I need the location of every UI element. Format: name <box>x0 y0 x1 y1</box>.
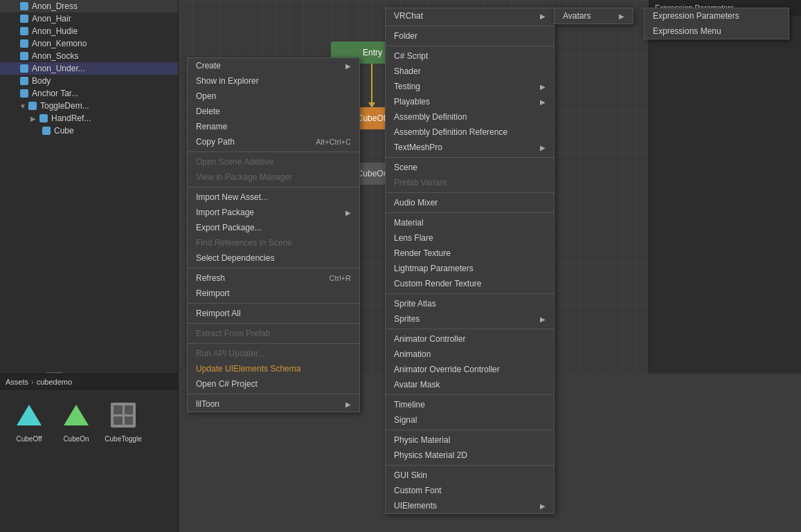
hierarchy-item[interactable]: Anon_Hair <box>0 12 178 25</box>
assets-breadcrumb: Assets › cubedemo <box>0 374 178 389</box>
menu-separator <box>386 465 554 466</box>
menu-item-show-explorer[interactable]: Show in Explorer <box>188 73 359 89</box>
menu-item-lightmap-params[interactable]: Lightmap Parameters <box>386 261 554 276</box>
menu-item-material[interactable]: Material <box>386 215 554 230</box>
submenu-arrow-icon: ▶ <box>540 144 546 152</box>
menu-item-animator-controller[interactable]: Animator Controller <box>386 331 554 347</box>
toggle-arrow-icon: ▶ <box>30 115 37 122</box>
menu-item-update-uielements[interactable]: Update UIElements Schema <box>188 361 359 376</box>
menu-separator <box>386 26 554 26</box>
hierarchy-item[interactable]: Anchor Tar... <box>0 87 178 100</box>
asset-item[interactable]: CubeToggle <box>102 398 144 443</box>
menu-item-lens-flare[interactable]: Lens Flare <box>386 230 554 246</box>
hierarchy-item[interactable]: Cube <box>0 125 178 137</box>
submenu-arrow-icon: ▶ <box>540 12 546 20</box>
cube-icon <box>19 64 29 73</box>
menu-separator <box>386 329 554 329</box>
menu-separator <box>386 430 554 430</box>
menu-item-delete[interactable]: Delete <box>188 104 359 119</box>
menu-item-avatars[interactable]: Avatars ▶ <box>555 8 633 24</box>
submenu-arrow-icon: ▶ <box>619 12 624 20</box>
menu-separator <box>386 157 554 158</box>
menu-item-avatar-mask[interactable]: Avatar Mask <box>386 377 554 392</box>
shortcut-label: Alt+Ctrl+C <box>295 138 351 146</box>
hierarchy-item[interactable]: Anon_Socks <box>0 50 178 62</box>
menu-item-render-texture[interactable]: Render Texture <box>386 246 554 261</box>
menu-item-open[interactable]: Open <box>188 89 359 104</box>
menu-item-liltoon[interactable]: lilToon ▶ <box>188 396 359 412</box>
submenu-arrow-icon: ▶ <box>540 502 546 510</box>
menu-separator <box>188 303 359 304</box>
cube-icon <box>19 1 29 11</box>
menu-item-csharp-script[interactable]: C# Script <box>386 48 554 64</box>
menu-item-timeline[interactable]: Timeline <box>386 397 554 412</box>
assets-panel: Assets › cubedemo CubeOff CubeOn <box>0 374 179 532</box>
menu-item-sprites[interactable]: Sprites ▶ <box>386 311 554 327</box>
menu-item-rename[interactable]: Rename <box>188 119 359 134</box>
menu-item-testing[interactable]: Testing ▶ <box>386 79 554 94</box>
menu-separator <box>188 343 359 344</box>
menu-item-import-new-asset[interactable]: Import New Asset... <box>188 190 359 205</box>
menu-item-open-csharp[interactable]: Open C# Project <box>188 376 359 392</box>
asset-item[interactable]: CubeOn <box>55 398 97 443</box>
menu-item-folder[interactable]: Folder <box>386 28 554 44</box>
cube-icon <box>19 26 29 36</box>
menu-item-scene[interactable]: Scene <box>386 160 554 175</box>
menu-item-select-deps[interactable]: Select Dependencies <box>188 250 359 266</box>
menu-separator <box>188 394 359 394</box>
menu-item-copy-path[interactable]: Copy Path Alt+Ctrl+C <box>188 134 359 149</box>
menu-item-expressions-menu[interactable]: Expressions Menu <box>645 24 789 39</box>
cube-icon <box>28 101 37 111</box>
menu-item-custom-render-texture[interactable]: Custom Render Texture <box>386 276 554 291</box>
menu-item-uielements[interactable]: UIElements ▶ <box>386 498 554 513</box>
menu-item-expression-parameters[interactable]: Expression Parameters <box>645 8 789 24</box>
menu-item-vrchat[interactable]: VRChat ▶ <box>386 8 554 24</box>
cube-icon <box>42 126 51 136</box>
submenu-arrow-icon: ▶ <box>345 401 351 408</box>
hierarchy-item[interactable]: Body <box>0 75 178 87</box>
menu-separator <box>386 192 554 193</box>
menu-item-open-scene-additive: Open Scene Additive <box>188 154 359 169</box>
hierarchy-item[interactable]: Anon_Dress <box>0 0 178 12</box>
menu-item-run-api-updater: Run API Updater... <box>188 346 359 361</box>
menu-item-import-package[interactable]: Import Package ▶ <box>188 205 359 220</box>
menu-item-reimport-all[interactable]: Reimport All <box>188 306 359 321</box>
menu-item-sprite-atlas[interactable]: Sprite Atlas <box>386 296 554 311</box>
menu-item-animation[interactable]: Animation <box>386 347 554 362</box>
hierarchy-item[interactable]: Anon_Under... <box>0 62 178 75</box>
cube-icon <box>19 89 29 98</box>
menu-item-refresh[interactable]: Refresh Ctrl+R <box>188 270 359 286</box>
menu-separator <box>386 212 554 213</box>
menu-item-shader[interactable]: Shader <box>386 64 554 79</box>
submenu-arrow-icon: ▶ <box>345 209 351 217</box>
menu-item-physic-material[interactable]: Physic Material <box>386 432 554 448</box>
menu-item-signal[interactable]: Signal <box>386 412 554 428</box>
assets-grid: CubeOff CubeOn CubeToggle <box>0 389 178 451</box>
menu-separator <box>188 187 359 187</box>
shortcut-label: Ctrl+R <box>309 274 351 282</box>
hierarchy-item[interactable]: Anon_Hudie <box>0 25 178 37</box>
menu-item-audio-mixer[interactable]: Audio Mixer <box>386 195 554 210</box>
hierarchy-item[interactable]: Anon_Kemono <box>0 37 178 50</box>
menu-item-playables[interactable]: Playables ▶ <box>386 94 554 109</box>
context-menu-expression: Expression Parameters Expressions Menu <box>644 8 789 39</box>
menu-separator <box>188 268 359 268</box>
menu-item-find-references: Find References In Scene <box>188 235 359 250</box>
menu-item-assembly-def[interactable]: Assembly Definition <box>386 109 554 125</box>
menu-item-custom-font[interactable]: Custom Font <box>386 483 554 498</box>
menu-item-extract-prefab: Extract From Prefab <box>188 326 359 341</box>
menu-item-export-package[interactable]: Export Package... <box>188 220 359 235</box>
menu-item-reimport[interactable]: Reimport <box>188 286 359 301</box>
menu-item-gui-skin[interactable]: GUI Skin <box>386 468 554 483</box>
menu-item-animator-override[interactable]: Animator Override Controller <box>386 362 554 377</box>
menu-item-textmeshpro[interactable]: TextMeshPro ▶ <box>386 140 554 155</box>
submenu-arrow-icon: ▶ <box>540 315 546 323</box>
asset-item[interactable]: CubeOff <box>8 398 50 443</box>
right-panel: Expression Parameters <box>649 0 801 374</box>
menu-item-create[interactable]: Create ▶ <box>188 58 359 73</box>
hierarchy-item[interactable]: ▼ ToggleDem... <box>0 100 178 112</box>
menu-item-physics-material-2d[interactable]: Physics Material 2D <box>386 448 554 463</box>
hierarchy-item[interactable]: ▶ HandRef... <box>0 112 178 125</box>
context-menu-avatars: Avatars ▶ <box>554 8 633 24</box>
menu-item-assembly-def-ref[interactable]: Assembly Definition Reference <box>386 125 554 140</box>
